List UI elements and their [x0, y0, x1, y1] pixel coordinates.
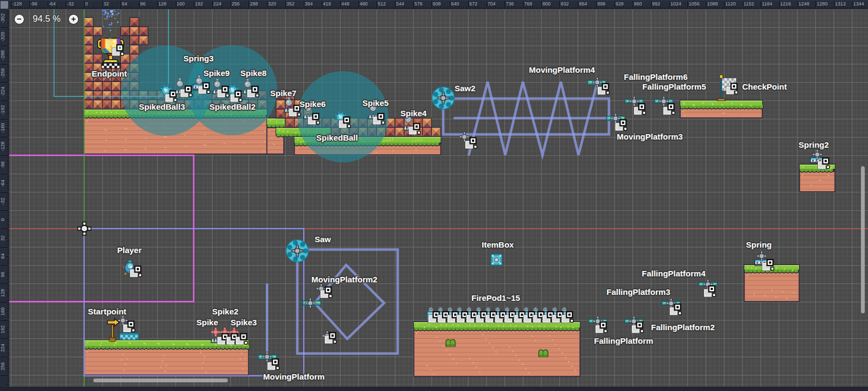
object-badge-icon[interactable] [373, 113, 385, 124]
tile-instance[interactable] [404, 128, 413, 137]
spike-sprite[interactable] [304, 113, 313, 119]
spike-ball-sprite[interactable] [286, 97, 292, 106]
object-label-fallingplatform2[interactable]: FallingPlatform2 [651, 323, 715, 332]
falling-platform-sprite[interactable] [662, 301, 680, 305]
firepod-sprite[interactable] [532, 307, 540, 322]
object-badge-icon[interactable] [533, 312, 545, 323]
tile-instance[interactable] [120, 54, 130, 64]
zoom-out-button[interactable]: − [14, 14, 24, 24]
instance-origin-pink-icon[interactable] [230, 328, 239, 337]
tile-instance[interactable] [139, 27, 148, 36]
firepod-sprite[interactable] [427, 307, 435, 322]
itembox-sprite[interactable] [491, 254, 502, 266]
object-label-spring[interactable]: Spring [746, 241, 772, 249]
object-badge-icon[interactable] [457, 312, 469, 323]
object-badge-icon[interactable] [123, 321, 135, 332]
instance-origin-icon[interactable] [459, 132, 469, 142]
object-label-itembox[interactable]: ItemBox [482, 241, 514, 249]
object-label-spike6[interactable]: Spike6 [299, 100, 326, 109]
object-badge-icon[interactable] [130, 266, 142, 277]
spikedball-sprite[interactable] [226, 84, 239, 97]
object-label-fallingplatform5[interactable]: FallingPlatform5 [642, 83, 706, 91]
object-badge-icon[interactable] [247, 86, 259, 97]
object-label-movingplatform2[interactable]: MovingPlatform2 [311, 275, 378, 284]
tile-instance[interactable] [84, 91, 93, 100]
object-badge-icon[interactable] [180, 86, 192, 97]
object-label-spikedball2[interactable]: SpikedBall2 [209, 103, 256, 111]
object-badge-icon[interactable] [448, 312, 459, 323]
spike-sprite[interactable] [243, 89, 252, 94]
tile-instance[interactable] [359, 128, 368, 137]
player-sprite[interactable] [123, 261, 133, 275]
tile-instance[interactable] [386, 118, 395, 128]
tile-instance[interactable] [130, 17, 139, 27]
object-badge-icon[interactable] [165, 91, 177, 102]
tile-instance[interactable] [103, 81, 112, 91]
object-label-fallingplatform[interactable]: FallingPlatform [594, 337, 653, 345]
spike-ball-sprite[interactable] [177, 78, 183, 87]
tile-instance[interactable] [103, 91, 112, 100]
firepod-sprite[interactable] [513, 307, 521, 322]
instance-origin-icon[interactable] [629, 317, 639, 326]
object-label-saw2[interactable]: Saw2 [455, 84, 475, 93]
tile-instance[interactable] [285, 100, 295, 109]
tile-instance[interactable] [120, 91, 130, 100]
tile-instance[interactable] [84, 17, 93, 27]
tile-instance[interactable] [93, 27, 103, 36]
moving-platform-sprite[interactable] [607, 116, 625, 121]
firepod-sprite[interactable] [446, 307, 454, 322]
firepod-sprite[interactable] [503, 307, 511, 322]
scene-canvas[interactable]: EndpointSpring3Spike9Spike8SpikedBall3Sp… [9, 9, 868, 387]
tile-instance[interactable] [304, 118, 313, 128]
object-label-checkpoint[interactable]: CheckPoint [742, 83, 787, 91]
tile-instance[interactable] [368, 118, 377, 128]
ruler-horizontal[interactable]: -128-96-64-32032649612816019222425628832… [9, 0, 868, 9]
object-label-movingplatform3[interactable]: MovingPlatform3 [617, 133, 683, 141]
object-badge-icon[interactable] [552, 312, 564, 323]
tile-instance[interactable] [84, 100, 93, 109]
tile-instance[interactable] [285, 109, 295, 118]
tile-instance[interactable] [120, 100, 130, 109]
tile-instance[interactable] [103, 100, 112, 109]
tile-instance[interactable] [148, 91, 157, 100]
tile-instance[interactable] [423, 118, 432, 128]
falling-platform-sprite[interactable] [655, 99, 673, 103]
tile-instance[interactable] [139, 91, 148, 100]
moving-platform-sprite[interactable] [303, 301, 321, 305]
tile-instance[interactable] [84, 81, 93, 91]
start-pad-sprite[interactable] [119, 333, 139, 340]
spike-sprite[interactable] [404, 125, 413, 130]
tile-instance[interactable] [130, 36, 139, 45]
firepod-sprite[interactable] [456, 307, 463, 322]
tile-instance[interactable] [258, 91, 267, 100]
object-badge-icon[interactable] [217, 86, 229, 97]
tile-instance[interactable] [130, 91, 139, 100]
falling-platform-sprite[interactable] [699, 282, 717, 286]
object-badge-icon[interactable] [320, 287, 332, 298]
instance-origin-icon[interactable] [438, 93, 448, 103]
spring-sprite[interactable] [810, 157, 822, 163]
tile-instance[interactable] [285, 118, 295, 128]
spike-sprite[interactable] [229, 337, 239, 343]
tile-instance[interactable] [176, 91, 185, 100]
spike-ball-sprite[interactable] [245, 78, 251, 87]
tile-instance[interactable] [295, 118, 304, 128]
tile-instance[interactable] [423, 128, 432, 137]
falling-platform-sprite[interactable] [589, 319, 607, 323]
instance-origin-icon[interactable] [592, 78, 602, 87]
object-badge-icon[interactable] [669, 304, 681, 315]
instance-origin-icon[interactable] [659, 97, 669, 106]
moving-platform-sprite[interactable] [588, 80, 606, 85]
object-badge-icon[interactable] [230, 91, 242, 102]
tile-instance[interactable] [340, 118, 349, 128]
object-label-endpoint[interactable]: Endpoint [92, 70, 127, 78]
instance-origin-icon[interactable] [629, 97, 639, 106]
object-badge-icon[interactable] [495, 312, 507, 323]
tile-instance[interactable] [112, 100, 121, 109]
instance-origin-icon[interactable] [322, 331, 332, 341]
object-badge-icon[interactable] [476, 312, 488, 323]
trophy-sprite[interactable] [98, 39, 124, 63]
tile-instance[interactable] [386, 128, 395, 137]
instance-origin-icon[interactable] [703, 280, 713, 289]
tile-instance[interactable] [184, 100, 194, 109]
